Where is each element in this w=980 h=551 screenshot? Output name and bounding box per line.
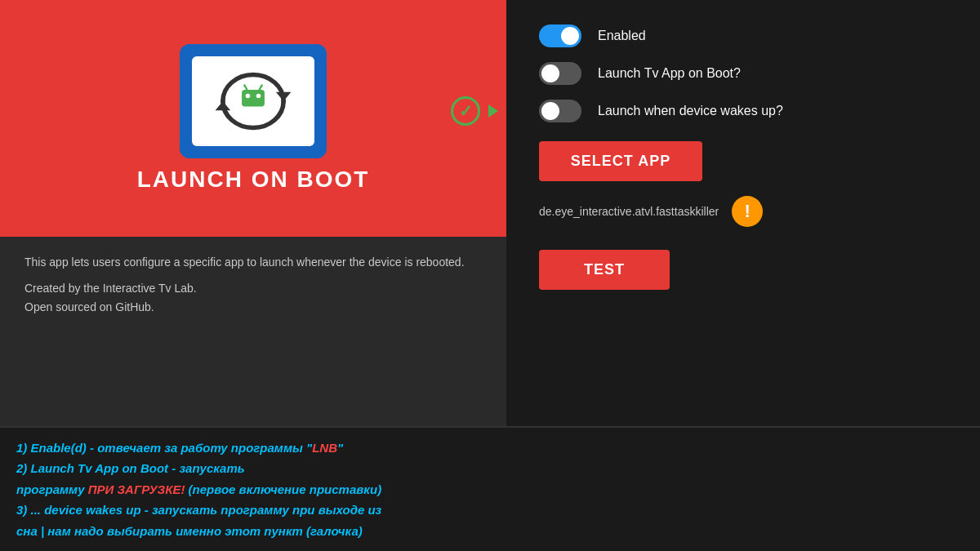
launch-tv-toggle-thumb [541,64,559,82]
launch-wake-toggle[interactable] [539,100,581,122]
svg-rect-2 [242,90,265,106]
app-title: LAUNCH ON BOOT [137,167,370,193]
left-panel: LAUNCH ON BOOT This app lets users confi… [0,0,506,426]
svg-line-5 [244,85,247,91]
enabled-row: Enabled [539,24,947,47]
enabled-label: Enabled [598,29,646,43]
warning-icon: ! [732,196,763,227]
launch-wake-row: Launch when device wakes up? [539,100,947,122]
check-arrow [488,104,498,118]
launch-tv-toggle[interactable] [539,62,581,85]
enabled-toggle[interactable] [539,24,581,47]
arrows-container [200,64,306,138]
enabled-toggle-thumb [561,27,579,45]
description-line-2: Created by the Interactive Tv Lab.Open s… [24,279,482,316]
test-button[interactable]: TEST [539,250,670,290]
app-description: This app lets users configure a specific… [0,237,506,340]
right-panel: Enabled Launch Tv App on Boot? Launch wh… [506,0,980,426]
annotation-line1: 1) Enable(d) - отвечает за работу програ… [16,441,343,455]
monitor-screen [192,56,314,146]
launch-wake-label: Launch when device wakes up? [598,104,783,118]
annotation-line3: 3) ... device wakes up - запускать прогр… [16,503,381,538]
svg-line-6 [259,85,262,91]
annotation-text: 1) Enable(d) - отвечает за работу програ… [16,438,964,542]
bottom-panel: 1) Enable(d) - отвечает за работу програ… [0,426,980,552]
check-indicator-circle [451,96,480,126]
svg-marker-1 [216,101,231,110]
annotation-line2: 2) Launch Tv App on Boot - запускатьпрог… [16,461,381,496]
app-banner: LAUNCH ON BOOT [0,0,506,237]
svg-point-3 [246,94,251,99]
refresh-arrows-svg [200,60,306,142]
monitor-icon [180,44,327,158]
app-package-text: de.eye_interactive.atvl.fasttaskkiller [539,205,719,218]
svg-point-4 [256,94,261,99]
select-app-button[interactable]: SELECT APP [539,141,702,181]
launch-tv-label: Launch Tv App on Boot? [598,66,741,81]
launch-tv-row: Launch Tv App on Boot? [539,62,947,85]
launch-wake-toggle-thumb [541,102,559,120]
app-package-row: de.eye_interactive.atvl.fasttaskkiller ! [539,196,947,227]
description-line-1: This app lets users configure a specific… [24,253,482,271]
